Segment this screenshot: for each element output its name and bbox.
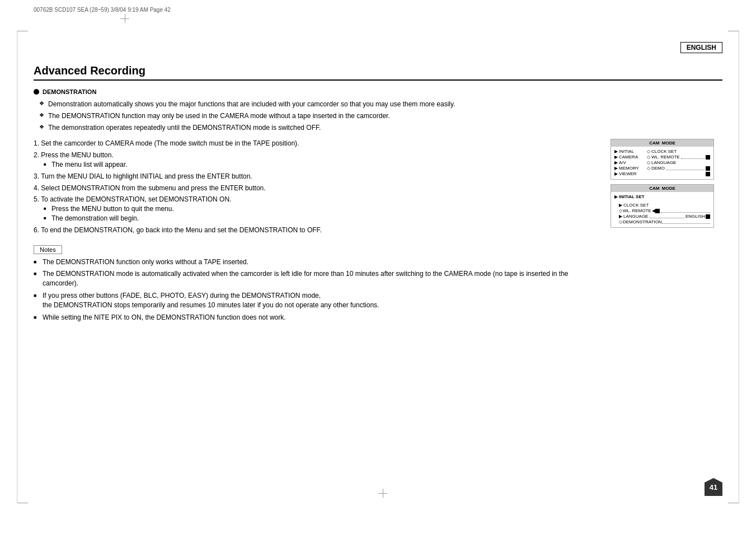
- step-4: 4. Select DEMONSTRATION from the submenu…: [34, 184, 599, 193]
- step-5: 5. To activate the DEMONSTRATION, set DE…: [34, 195, 599, 223]
- intro-list: Demonstration automatically shows you th…: [39, 100, 722, 132]
- section-heading: DEMONSTRATION: [34, 88, 722, 95]
- cam-row-demonstration: ◇ DEMONSTRATION: [614, 219, 710, 224]
- diagrams-column: CAM MODE ▶ INITIAL ◇ CLOCK SET ▶ CAMERA …: [611, 139, 722, 325]
- steps-column: 1. Set the camcorder to CAMERA mode (The…: [34, 139, 599, 325]
- step-5-sub-1: Press the MENU button to quit the menu.: [44, 204, 599, 214]
- step-1: 1. Set the camcorder to CAMERA mode (The…: [34, 139, 599, 148]
- step-3: 3. Turn the MENU DIAL to highlight INITI…: [34, 172, 599, 181]
- page-title: Advanced Recording: [34, 64, 722, 81]
- note-4: While setting the NITE PIX to ON, the DE…: [34, 313, 599, 322]
- intro-item-2: The DEMONSTRATION function may only be u…: [39, 111, 722, 121]
- bullet-icon: [34, 89, 39, 95]
- header-meta: 00762B SCD107 SEA (28~59) 3/8/04 9:19 AM…: [34, 7, 171, 13]
- cam-diagram-2-title: CAM MODE: [611, 185, 713, 192]
- note-1: The DEMONSTRATION function only works wi…: [34, 257, 599, 267]
- notes-label: Notes: [34, 245, 62, 254]
- steps-list: 1. Set the camcorder to CAMERA mode (The…: [34, 139, 599, 235]
- cam-row-wl-remote: ◇ WL. REMOTE ◀: [614, 208, 710, 213]
- cam-diagram-2: CAM MODE ▶ INITIAL SET ▶ CLOCK SET ◇ WL.…: [611, 184, 714, 228]
- cam-row-clock-set: ▶ CLOCK SET: [614, 203, 710, 208]
- cam-row-camera: ▶ CAMERA ◇ WL. REMOTE: [614, 154, 710, 160]
- content-area: 1. Set the camcorder to CAMERA mode (The…: [34, 139, 722, 325]
- cam-row-memory: ▶ MEMORY ◇ DEMO: [614, 166, 710, 171]
- notes-section: Notes The DEMONSTRATION function only wo…: [34, 245, 599, 322]
- step-2: 2. Press the MENU button. The menu list …: [34, 151, 599, 170]
- intro-item-1: Demonstration automatically shows you th…: [39, 100, 722, 109]
- cam-row-viewer: ▶ VIEWER: [614, 171, 710, 176]
- intro-item-3: The demonstration operates repeatedly un…: [39, 123, 722, 133]
- cam-diagram-1-title: CAM MODE: [611, 139, 713, 147]
- cam-row-av: ▶ A/V ◇ LANGUAGE: [614, 160, 710, 165]
- step-2-sub-1: The menu list will appear.: [44, 160, 599, 170]
- cam-row-language: ▶ LANGUAGE ENGLISH: [614, 214, 710, 219]
- note-3: If you press other buttons (FADE, BLC, P…: [34, 291, 599, 310]
- step-6: 6. To end the DEMONSTRATION, go back int…: [34, 226, 599, 235]
- cam-row-initial: ▶ INITIAL ◇ CLOCK SET: [614, 149, 710, 154]
- note-2: The DEMONSTRATION mode is automatically …: [34, 269, 599, 288]
- step-5-sub-2: The demonstration will begin.: [44, 214, 599, 223]
- cam-diagram-1: CAM MODE ▶ INITIAL ◇ CLOCK SET ▶ CAMERA …: [611, 139, 714, 180]
- notes-list: The DEMONSTRATION function only works wi…: [34, 257, 599, 322]
- cam-row-initial-set: ▶ INITIAL SET: [614, 194, 710, 199]
- english-badge: ENGLISH: [680, 42, 722, 53]
